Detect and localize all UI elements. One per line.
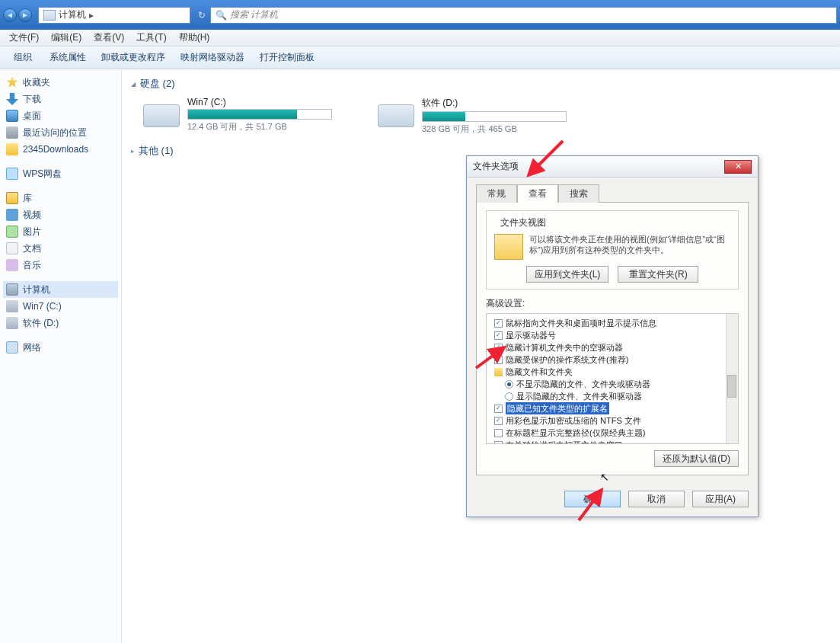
tab-search[interactable]: 搜索 bbox=[558, 184, 599, 203]
tab-view[interactable]: 查看 bbox=[517, 184, 558, 203]
sidebar-favorites[interactable]: 收藏夹 bbox=[3, 74, 118, 91]
sidebar-music[interactable]: 音乐 bbox=[3, 257, 118, 274]
address-bar[interactable]: 计算机 ▸ bbox=[38, 7, 190, 24]
ok-button[interactable]: 确定 bbox=[564, 491, 621, 507]
drive-name: 软件 (D:) bbox=[422, 97, 567, 110]
video-icon bbox=[6, 209, 18, 221]
option-label: 隐藏已知文件类型的扩展名 bbox=[506, 402, 609, 414]
checkbox-icon: ✓ bbox=[494, 356, 503, 364]
forward-button[interactable]: ► bbox=[18, 8, 32, 22]
tool-open-control-panel[interactable]: 打开控制面板 bbox=[252, 51, 322, 64]
apply-to-folders-button[interactable]: 应用到文件夹(L) bbox=[526, 266, 609, 283]
dialog-title: 文件夹选项 bbox=[473, 160, 519, 173]
advanced-option[interactable]: 隐藏文件和文件夹 bbox=[491, 366, 733, 378]
tab-general[interactable]: 常规 bbox=[476, 184, 517, 203]
checkbox-icon bbox=[494, 441, 503, 445]
window-titlebar: ◄ ► 计算机 ▸ ↻ 🔍 搜索 计算机 bbox=[0, 0, 840, 30]
sidebar-wps[interactable]: WPS网盘 bbox=[3, 165, 118, 182]
tool-system-properties[interactable]: 系统属性 bbox=[42, 51, 94, 64]
network-icon bbox=[6, 341, 18, 353]
drive-item[interactable]: 软件 (D:) 328 GB 可用，共 465 GB bbox=[378, 97, 567, 135]
sidebar-drive-d[interactable]: 软件 (D:) bbox=[3, 315, 118, 331]
option-label: 在单独的进程中打开文件夹窗口 bbox=[506, 439, 623, 444]
cancel-button[interactable]: 取消 bbox=[628, 491, 685, 507]
sidebar-recent[interactable]: 最近访问的位置 bbox=[3, 124, 118, 141]
sidebar-desktop[interactable]: 桌面 bbox=[3, 107, 118, 124]
category-label: 硬盘 (2) bbox=[140, 77, 175, 91]
usage-bar bbox=[187, 109, 332, 120]
apply-button[interactable]: 应用(A) bbox=[692, 491, 749, 507]
refresh-icon[interactable]: ↻ bbox=[193, 10, 210, 21]
advanced-option[interactable]: ✓隐藏已知文件类型的扩展名 bbox=[491, 402, 733, 414]
folder-icon bbox=[6, 143, 18, 155]
menu-view[interactable]: 查看(V) bbox=[88, 31, 130, 44]
dialog-actions: 确定 取消 应用(A) bbox=[467, 485, 758, 517]
tool-organize[interactable]: 组织 bbox=[6, 51, 42, 64]
menu-file[interactable]: 文件(F) bbox=[3, 31, 45, 44]
sidebar-libraries[interactable]: 库 bbox=[3, 190, 118, 206]
menu-edit[interactable]: 编辑(E) bbox=[45, 31, 88, 44]
sidebar-item-label: 库 bbox=[23, 192, 32, 205]
advanced-option[interactable]: ✓隐藏计算机文件夹中的空驱动器 bbox=[491, 341, 733, 353]
advanced-option[interactable]: 不显示隐藏的文件、文件夹或驱动器 bbox=[491, 378, 733, 390]
folder-options-dialog: 文件夹选项 ✕ 常规 查看 搜索 文件夹视图 可以将该文件夹正在使用的视图(例如… bbox=[466, 155, 759, 517]
dialog-panel: 文件夹视图 可以将该文件夹正在使用的视图(例如“详细信息”或“图标”)应用到所有… bbox=[476, 202, 749, 475]
sidebar-downloads[interactable]: 下载 bbox=[3, 91, 118, 107]
recent-icon bbox=[6, 126, 18, 139]
advanced-settings-list[interactable]: ✓鼠标指向文件夹和桌面项时显示提示信息✓显示驱动器号✓隐藏计算机文件夹中的空驱动… bbox=[486, 313, 739, 444]
back-button[interactable]: ◄ bbox=[3, 8, 17, 22]
group-legend: 文件夹视图 bbox=[497, 216, 549, 229]
computer-icon bbox=[43, 10, 56, 21]
tool-map-network-drive[interactable]: 映射网络驱动器 bbox=[173, 51, 252, 64]
option-label: 隐藏受保护的操作系统文件(推荐) bbox=[506, 353, 628, 366]
close-button[interactable]: ✕ bbox=[724, 160, 752, 174]
checkbox-icon: ✓ bbox=[494, 319, 503, 328]
sidebar-item-label: WPS网盘 bbox=[23, 168, 62, 181]
search-input[interactable]: 🔍 搜索 计算机 bbox=[210, 7, 837, 24]
drives-row: Win7 (C:) 12.4 GB 可用，共 51.7 GB 软件 (D:) 3… bbox=[143, 97, 831, 135]
hard-drive-icon bbox=[378, 104, 414, 127]
sidebar-item-label: 网络 bbox=[23, 341, 41, 354]
nav-buttons: ◄ ► bbox=[3, 8, 32, 22]
option-label: 在标题栏显示完整路径(仅限经典主题) bbox=[506, 427, 645, 439]
search-icon: 🔍 bbox=[216, 10, 227, 21]
radio-icon bbox=[505, 380, 513, 389]
checkbox-icon bbox=[494, 429, 503, 437]
menu-tools[interactable]: 工具(T) bbox=[130, 31, 172, 44]
advanced-option[interactable]: 在单独的进程中打开文件夹窗口 bbox=[491, 439, 733, 444]
search-placeholder: 搜索 计算机 bbox=[230, 8, 278, 21]
sidebar-pictures[interactable]: 图片 bbox=[3, 223, 118, 240]
checkbox-icon: ✓ bbox=[494, 331, 503, 340]
sidebar-item-label: Win7 (C:) bbox=[23, 301, 62, 312]
menu-help[interactable]: 帮助(H) bbox=[173, 31, 216, 44]
cloud-icon bbox=[6, 168, 18, 180]
sidebar-documents[interactable]: 文档 bbox=[3, 240, 118, 257]
advanced-option[interactable]: ✓显示驱动器号 bbox=[491, 329, 733, 341]
option-label: 显示隐藏的文件、文件夹和驱动器 bbox=[516, 390, 642, 402]
advanced-option[interactable]: ✓隐藏受保护的操作系统文件(推荐) bbox=[491, 353, 733, 366]
sidebar-item-label: 软件 (D:) bbox=[23, 317, 59, 330]
sidebar-network[interactable]: 网络 bbox=[3, 339, 118, 356]
sidebar-drive-c[interactable]: Win7 (C:) bbox=[3, 298, 118, 315]
restore-defaults-button[interactable]: 还原为默认值(D) bbox=[654, 450, 739, 467]
advanced-option[interactable]: 在标题栏显示完整路径(仅限经典主题) bbox=[491, 427, 733, 439]
sidebar-item-label: 2345Downloads bbox=[23, 144, 88, 155]
scrollbar-thumb[interactable] bbox=[727, 375, 736, 398]
advanced-option[interactable]: ✓鼠标指向文件夹和桌面项时显示提示信息 bbox=[491, 317, 733, 329]
sidebar-videos[interactable]: 视频 bbox=[3, 206, 118, 223]
sidebar-computer[interactable]: 计算机 bbox=[3, 281, 118, 298]
advanced-option[interactable]: ✓用彩色显示加密或压缩的 NTFS 文件 bbox=[491, 414, 733, 427]
dialog-titlebar[interactable]: 文件夹选项 ✕ bbox=[467, 156, 758, 178]
document-icon bbox=[6, 242, 18, 254]
advanced-option[interactable]: 显示隐藏的文件、文件夹和驱动器 bbox=[491, 390, 733, 402]
drive-item[interactable]: Win7 (C:) 12.4 GB 可用，共 51.7 GB bbox=[143, 97, 332, 135]
tool-uninstall-program[interactable]: 卸载或更改程序 bbox=[94, 51, 173, 64]
reset-folders-button[interactable]: 重置文件夹(R) bbox=[618, 266, 698, 283]
category-hard-disks[interactable]: 硬盘 (2) bbox=[131, 77, 831, 91]
music-icon bbox=[6, 259, 18, 271]
sidebar-item-label: 文档 bbox=[23, 242, 41, 255]
sidebar-2345downloads[interactable]: 2345Downloads bbox=[3, 141, 118, 158]
scrollbar[interactable] bbox=[726, 314, 738, 443]
checkbox-icon: ✓ bbox=[494, 417, 503, 425]
sidebar-item-label: 收藏夹 bbox=[23, 76, 50, 89]
